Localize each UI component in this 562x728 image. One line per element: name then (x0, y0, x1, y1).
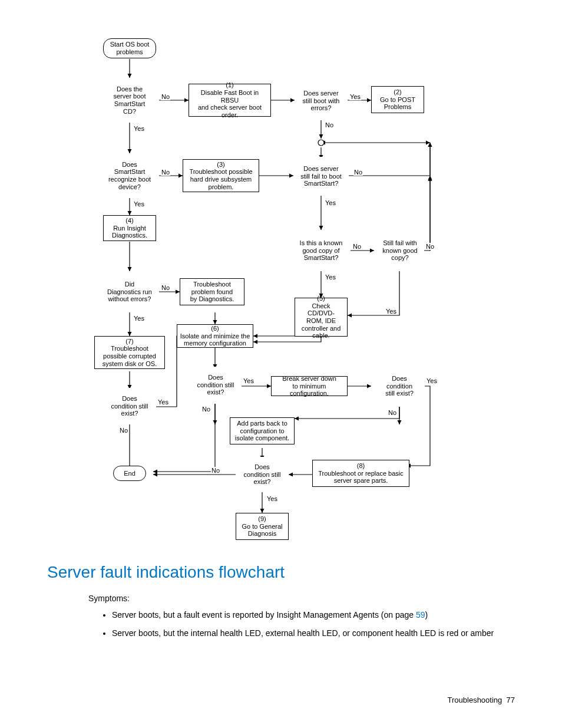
label-no: No (119, 427, 128, 434)
label-no: No (201, 406, 211, 413)
node-p9: (9) Go to General Diagnosis (236, 513, 289, 540)
node-end: End (113, 466, 146, 481)
flowchart: Start OS boot problems Does the server b… (77, 35, 454, 554)
node-p8: (8) Troubleshoot or replace basic server… (312, 460, 409, 487)
node-dec-smartstart-cd: Does the server boot SmartStart CD? (106, 78, 153, 123)
page-footer: Troubleshooting 77 (448, 696, 515, 704)
list-item: Server boots, but the internal health LE… (112, 627, 513, 639)
label-yes: Yes (349, 93, 361, 100)
symptoms-label: Symptoms: (88, 592, 513, 604)
section-heading: Server fault indications flowchart (47, 563, 285, 582)
label-no: No (161, 169, 170, 176)
label-no: No (352, 243, 362, 250)
node-p2: (2) Go to POST Problems (371, 86, 424, 113)
node-dec-still-fail-known: Still fail with known good copy? (376, 231, 424, 270)
node-diag-found: Troubleshoot problem found by Diagnostic… (180, 278, 244, 305)
label-yes: Yes (266, 495, 278, 502)
node-dec-still-boot-errors: Does server still boot with errors? (296, 81, 346, 120)
node-dec-known-copy: Is this a known good copy of SmartStart? (293, 230, 349, 271)
label-yes: Yes (133, 200, 145, 207)
label-yes: Yes (157, 398, 169, 406)
label-no: No (161, 93, 170, 100)
svg-point-32 (318, 140, 324, 146)
label-yes: Yes (426, 377, 438, 384)
node-start: Start OS boot problems (103, 38, 156, 58)
node-add-back: Add parts back to configuration to isola… (230, 417, 295, 444)
label-yes: Yes (133, 125, 145, 132)
node-break-min: Break server down to minimum configurati… (271, 376, 348, 396)
label-yes: Yes (243, 377, 254, 384)
node-p1: (1) Disable Fast Boot in RBSU and check … (189, 84, 271, 117)
node-dec-cond7: Does condition still exist? (105, 388, 154, 424)
label-no: No (425, 243, 435, 250)
label-yes: Yes (325, 199, 336, 206)
node-p6: (6) Isolate and minimize the memory conf… (177, 324, 253, 348)
node-p4: (4) Run Insight Diagnostics. (103, 215, 156, 241)
node-dec-cond-final: Does condition still exist? (238, 457, 286, 492)
node-p3: (3) Troubleshoot possible hard drive sub… (183, 159, 259, 192)
label-no: No (211, 467, 220, 474)
label-no: No (388, 409, 397, 416)
body-text: Symptoms: Server boots, but a fault even… (88, 592, 513, 645)
label-no: No (353, 169, 363, 176)
page-link[interactable]: 59 (416, 610, 425, 620)
label-no: No (325, 121, 334, 129)
node-p5: (5) Check CD/DVD- ROM, IDE controller an… (295, 298, 348, 337)
label-no: No (161, 284, 170, 291)
symptoms-list: Server boots, but a fault event is repor… (88, 609, 513, 639)
node-p7: (7) Troubleshoot possible corrupted syst… (94, 336, 165, 369)
label-yes: Yes (385, 308, 397, 315)
list-item: Server boots, but a fault event is repor… (112, 609, 513, 621)
node-dec-cond-min: Does condition still exist? (374, 367, 425, 406)
node-dec-recognize-boot: Does SmartStart recognize boot device? (104, 153, 156, 198)
node-dec-diag-no-err: Did Diagnostics run without errors? (101, 271, 158, 312)
label-yes: Yes (133, 315, 145, 322)
node-dec-still-fail-ss: Does server still fail to boot SmartStar… (295, 157, 348, 196)
label-yes: Yes (325, 274, 336, 281)
node-dec-cond6: Does condition still exist? (191, 367, 240, 403)
